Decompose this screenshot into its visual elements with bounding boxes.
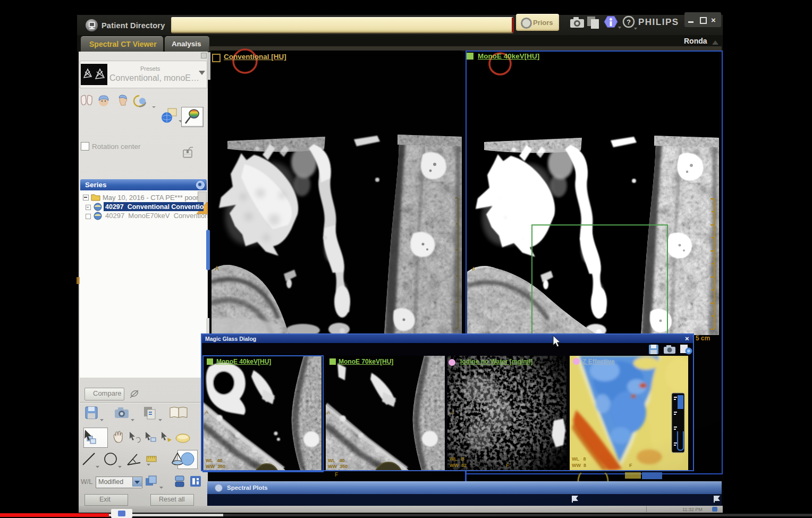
svg-text:F: F xyxy=(506,463,509,468)
svg-text:F: F xyxy=(629,463,632,468)
svg-text:A: A xyxy=(205,410,208,415)
svg-text:?: ? xyxy=(627,18,631,26)
svg-text:WW 82: WW 82 xyxy=(450,463,467,468)
svg-text:WW 350: WW 350 xyxy=(328,464,348,469)
svg-text:WW 350: WW 350 xyxy=(206,464,225,469)
svg-text:WL B: WL B xyxy=(450,456,464,462)
svg-text:WW 8: WW 8 xyxy=(572,463,586,468)
svg-text:WL 40: WL 40 xyxy=(206,458,223,463)
svg-text:WL 8: WL 8 xyxy=(572,456,586,462)
svg-text:WL 40: WL 40 xyxy=(328,458,345,463)
svg-text:A: A xyxy=(451,410,454,415)
svg-text:A: A xyxy=(327,410,330,415)
